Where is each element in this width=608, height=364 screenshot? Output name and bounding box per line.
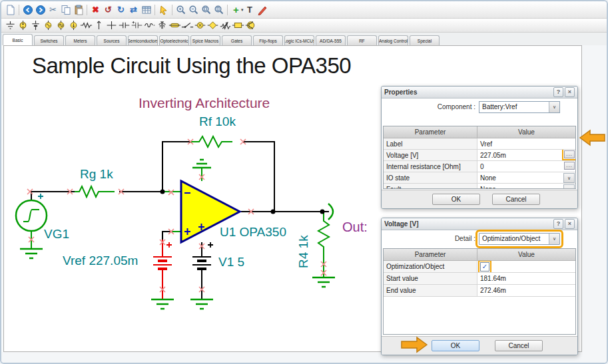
- potentiometer-icon[interactable]: [219, 19, 232, 31]
- copy-icon[interactable]: [59, 4, 72, 16]
- component-label: Component :: [438, 103, 475, 110]
- schematic-subtitle[interactable]: Inverting Architecture: [139, 95, 270, 111]
- tab-meters[interactable]: Meters: [65, 35, 95, 45]
- text-tool-icon[interactable]: T: [244, 4, 256, 16]
- label-rg[interactable]: Rg 1k: [80, 167, 113, 182]
- tab-analog-control[interactable]: Analog Control: [378, 35, 408, 45]
- select-pointer-icon[interactable]: [157, 4, 170, 16]
- label-u1[interactable]: U1 OPA350: [220, 225, 286, 240]
- ok-button[interactable]: OK: [432, 340, 479, 351]
- param-fault: Fault: [384, 184, 477, 189]
- tab-basic[interactable]: Basic: [3, 34, 33, 45]
- transformer-icon[interactable]: [156, 19, 168, 31]
- value-voltage[interactable]: 227.05m...: [477, 150, 575, 160]
- value-start-value[interactable]: 181.64m: [477, 273, 575, 284]
- back-icon[interactable]: [21, 4, 34, 16]
- transistor-icon[interactable]: [244, 19, 257, 31]
- rotate-right-icon[interactable]: ↻: [115, 4, 127, 16]
- help-button[interactable]: ?: [553, 87, 563, 97]
- parameter-column-header: Parameter: [384, 249, 477, 260]
- cancel-button[interactable]: Cancel: [495, 340, 543, 351]
- label-vg1[interactable]: VG1: [44, 227, 69, 242]
- tab-sources[interactable]: Sources: [97, 35, 127, 45]
- value-io-state[interactable]: None∨: [477, 172, 575, 183]
- label-v1[interactable]: V1 5: [218, 255, 244, 270]
- close-button[interactable]: ×: [565, 219, 575, 229]
- chevron-down-icon[interactable]: ∨: [549, 102, 559, 112]
- component-dropdown[interactable]: Battery:Vref ∨: [479, 101, 560, 113]
- help-button[interactable]: ?: [553, 219, 563, 229]
- table-row: Label Vref: [384, 138, 575, 150]
- tab-semiconductors[interactable]: Semiconductors: [128, 35, 158, 45]
- meter-icon[interactable]: [206, 19, 219, 31]
- resistor-icon[interactable]: [80, 19, 93, 31]
- cross-connection-icon[interactable]: [105, 19, 118, 31]
- ok-button[interactable]: OK: [432, 194, 480, 205]
- cancel-button[interactable]: Cancel: [492, 194, 540, 205]
- pulse-source-icon[interactable]: [55, 19, 67, 31]
- value-fault[interactable]: None∨: [477, 184, 575, 189]
- properties-dialog-footer: OK Cancel: [382, 190, 577, 208]
- delete-icon[interactable]: ✖: [89, 4, 102, 16]
- tab-special[interactable]: Special: [410, 35, 440, 45]
- tab-gates[interactable]: Gates: [222, 35, 252, 45]
- internal-resistance-value-text: 0: [480, 163, 484, 170]
- tab-switches[interactable]: Switches: [34, 35, 64, 45]
- voltage-ellipsis-button[interactable]: ...: [564, 150, 575, 158]
- tab-rf[interactable]: RF: [347, 35, 377, 45]
- tab-ad-da-555[interactable]: AD/DA-555: [316, 35, 346, 45]
- rotate-left-icon[interactable]: ↺: [102, 4, 115, 16]
- voltage-dialog-title: Voltage [V]: [384, 220, 552, 228]
- current-source-icon[interactable]: [67, 19, 80, 31]
- jumper-icon[interactable]: [93, 19, 105, 31]
- inductor-icon[interactable]: [143, 19, 156, 31]
- schematic-title[interactable]: Sample Circuit Using the OPA350: [32, 53, 351, 79]
- relay-icon[interactable]: [232, 19, 244, 31]
- tab-spice-macros[interactable]: Spice Macros: [190, 35, 220, 45]
- optimization-checkbox[interactable]: ✓: [480, 262, 489, 272]
- fuse-icon[interactable]: [168, 19, 181, 31]
- value-label[interactable]: Vref: [477, 138, 575, 149]
- zoom-window-icon[interactable]: [200, 4, 212, 16]
- electrolytic-capacitor-icon[interactable]: [131, 19, 143, 31]
- label-rf[interactable]: Rf 10k: [199, 114, 236, 129]
- paste-icon[interactable]: [72, 4, 85, 16]
- tab-optoelectronic[interactable]: Optoelectronic: [159, 35, 189, 45]
- label-r4[interactable]: R4 1k: [296, 218, 311, 268]
- canvas-right-gutter: [583, 45, 607, 363]
- tab-logic-ics-mcus[interactable]: Logic ICs-MCUs: [284, 35, 314, 45]
- voltage-dialog-titlebar[interactable]: Voltage [V] ? ×: [382, 218, 577, 230]
- tab-flip-flops[interactable]: Flip-flops: [253, 35, 283, 45]
- battery-icon[interactable]: [29, 19, 42, 31]
- lamp-icon[interactable]: [194, 19, 206, 31]
- voltage-source-icon[interactable]: [17, 19, 29, 31]
- internal-resistance-ellipsis-button[interactable]: ...: [564, 162, 575, 170]
- ground-icon[interactable]: [4, 19, 17, 31]
- new-file-icon[interactable]: [4, 4, 17, 16]
- param-label: Label: [384, 138, 477, 149]
- io-state-chevron-down-icon[interactable]: ∨: [563, 173, 575, 183]
- pen-tool-icon[interactable]: [256, 4, 269, 16]
- detail-dropdown[interactable]: Optimization/Object ∨: [479, 233, 560, 245]
- value-end-value[interactable]: 272.46m: [477, 285, 575, 296]
- chevron-down-icon[interactable]: ∨: [549, 234, 559, 244]
- label-out[interactable]: Out:: [342, 220, 368, 235]
- properties-dialog-titlebar[interactable]: Properties ? ×: [382, 87, 577, 98]
- zoom-in-icon[interactable]: [174, 4, 187, 16]
- zoom-out-icon[interactable]: [187, 4, 200, 16]
- value-internal-resistance[interactable]: 0...: [477, 161, 575, 172]
- close-button[interactable]: ×: [565, 87, 575, 97]
- properties-table: Parameter Value Label Vref Voltage [V] 2…: [383, 126, 576, 189]
- cut-icon[interactable]: ✂: [47, 4, 59, 16]
- fault-chevron-down-icon[interactable]: ∨: [563, 184, 575, 189]
- forward-icon[interactable]: [34, 4, 47, 16]
- zoom-page-icon[interactable]: [212, 4, 225, 16]
- label-vref[interactable]: Vref 227.05m: [63, 254, 138, 268]
- table-row: IO state None∨: [384, 172, 575, 184]
- capacitor-icon[interactable]: [118, 19, 131, 31]
- switch-icon[interactable]: [181, 19, 194, 31]
- table-icon[interactable]: [140, 4, 152, 16]
- voltage-generator-icon[interactable]: [42, 19, 55, 31]
- detail-dropdown-value: Optimization/Object: [479, 235, 549, 242]
- flip-horizontal-icon[interactable]: ⇄: [127, 4, 140, 16]
